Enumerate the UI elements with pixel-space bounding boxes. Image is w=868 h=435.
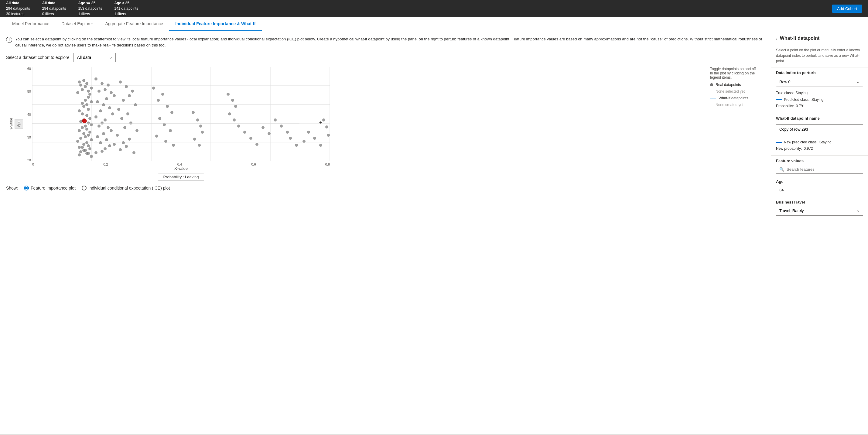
svg-point-40: [78, 129, 81, 132]
x-axis-title: X-value: [174, 166, 188, 171]
svg-point-64: [105, 97, 108, 100]
info-text: You can select a datapoint by clicking o…: [15, 36, 765, 48]
radio-feature-importance[interactable]: Feature importance plot: [24, 186, 75, 190]
svg-point-18: [87, 90, 90, 93]
new-class-info: New predicted class: Staying New probabi…: [771, 137, 868, 155]
svg-point-16: [84, 85, 87, 88]
x-title-group: X-value Probability : Leaving: [24, 166, 330, 181]
radio-ice-plot[interactable]: Individual conditional expectation (ICE)…: [82, 186, 170, 190]
svg-point-56: [78, 153, 81, 156]
true-class-label: True class:: [776, 90, 794, 97]
whatif-header: › What-If datapoint: [771, 31, 868, 44]
new-probability-value: 0.972: [804, 146, 813, 152]
tab-dataset-explorer[interactable]: Dataset Explorer: [55, 17, 99, 31]
svg-point-84: [94, 151, 97, 154]
svg-point-17: [81, 88, 84, 91]
svg-point-22: [87, 96, 90, 99]
svg-point-20: [76, 91, 79, 94]
svg-point-47: [76, 140, 79, 143]
y-tick-20: 20: [24, 158, 31, 162]
search-box[interactable]: 🔍: [776, 165, 863, 174]
predicted-class-value: Staying: [811, 97, 824, 103]
tab-individual-feature[interactable]: Individual Feature Importance & What-If: [169, 17, 261, 31]
cohort-dropdown[interactable]: All data Age <= 35 Age > 35: [73, 53, 116, 62]
whatif-desc: Select a point on the plot or manually e…: [771, 44, 868, 67]
svg-point-62: [110, 91, 113, 94]
svg-point-52: [88, 147, 91, 150]
svg-point-29: [78, 110, 81, 113]
cohort-all-data-1-datapoints: 294 datapoints: [6, 6, 30, 11]
svg-point-13: [82, 79, 85, 82]
chevron-right-icon[interactable]: ›: [776, 36, 777, 41]
y-tick-labels: 60 50 40 30 20: [24, 67, 32, 162]
svg-point-82: [103, 147, 106, 150]
cohort-age-gt-35: Age > 35 141 datapoints 1 filters: [114, 0, 138, 17]
tab-model-performance[interactable]: Model Performance: [6, 17, 55, 31]
scatter-plot[interactable]: +: [32, 67, 330, 162]
business-travel-dropdown[interactable]: Travel_Rarely Travel_Frequently Non-Trav…: [776, 206, 863, 216]
tab-aggregate-feature[interactable]: Aggregate Feature Importance: [99, 17, 169, 31]
chart-with-yaxis: 60 50 40 30 20: [24, 67, 330, 162]
age-label: Age: [776, 179, 863, 184]
legend-real-none-text: None selected yet: [716, 89, 745, 94]
x-tick-0: 0: [32, 162, 34, 166]
legend-whatif-dot: [710, 98, 716, 98]
svg-point-105: [157, 99, 160, 102]
whatif-title: What-If datapoint: [780, 35, 820, 41]
svg-point-72: [100, 122, 103, 125]
new-predicted-class-row: New predicted class: Staying: [776, 139, 863, 146]
svg-point-12: [78, 81, 81, 84]
y-tick-50: 50: [24, 90, 31, 93]
cohort-dropdown-wrapper[interactable]: All data Age <= 35 Age > 35: [73, 53, 116, 62]
svg-point-70: [94, 116, 97, 119]
svg-point-78: [105, 138, 108, 141]
search-icon: 🔍: [779, 167, 784, 172]
feature-values-section: Feature values 🔍: [771, 155, 868, 177]
y-tick-40: 40: [24, 113, 31, 116]
data-index-label: Data index to perturb: [776, 70, 863, 75]
new-probability-row: New probability: 0.972: [776, 146, 863, 152]
legend-area: Toggle datapoints on and off in the plot…: [710, 67, 759, 107]
data-index-dropdown[interactable]: Row 0 Row 1 Row 293: [776, 77, 863, 87]
cohort-age-gt-35-datapoints: 141 datapoints: [114, 6, 138, 11]
svg-point-129: [261, 126, 265, 129]
cohort-age-lte-35-label: Age <= 35: [78, 0, 102, 6]
x-tick-02: 0.2: [103, 162, 108, 166]
svg-point-120: [226, 93, 229, 96]
scatter-svg[interactable]: +: [32, 67, 330, 161]
svg-point-44: [84, 135, 87, 138]
svg-point-54: [79, 150, 82, 153]
svg-point-87: [131, 90, 134, 93]
y-tick-60: 60: [24, 67, 31, 70]
svg-point-112: [164, 140, 167, 143]
x-label-box: Probability : Leaving: [158, 173, 204, 181]
svg-point-141: [325, 125, 328, 128]
data-index-section: Data index to perturb Row 0 Row 1 Row 29…: [771, 67, 868, 113]
svg-point-114: [192, 111, 195, 114]
svg-point-42: [82, 132, 85, 135]
svg-point-61: [97, 90, 100, 93]
svg-point-113: [172, 144, 175, 147]
data-index-dropdown-wrapper[interactable]: Row 0 Row 1 Row 293: [776, 77, 863, 87]
business-travel-dropdown-wrapper[interactable]: Travel_Rarely Travel_Frequently Non-Trav…: [776, 206, 863, 216]
cohort-bar: All data 294 datapoints 30 features All …: [0, 0, 868, 17]
svg-point-104: [161, 93, 164, 96]
add-cohort-button[interactable]: Add Cohort: [832, 5, 862, 13]
svg-point-60: [103, 88, 106, 91]
cohort-age-lte-35-filters: 1 filters: [78, 11, 102, 17]
svg-point-77: [96, 135, 99, 138]
svg-point-21: [88, 93, 91, 96]
feature-values-label: Feature values: [776, 159, 863, 163]
svg-point-130: [268, 132, 271, 135]
svg-point-128: [255, 143, 258, 146]
radio-feature-importance-circle: [24, 186, 29, 190]
true-class-value: Staying: [796, 90, 808, 97]
search-input[interactable]: [786, 167, 860, 172]
predicted-class-dashed-icon: [776, 99, 782, 100]
svg-point-46: [90, 138, 93, 141]
age-input[interactable]: [776, 185, 863, 195]
svg-point-136: [303, 140, 306, 143]
svg-point-115: [196, 119, 199, 122]
whatif-name-input[interactable]: [776, 124, 863, 134]
svg-point-117: [201, 131, 204, 134]
